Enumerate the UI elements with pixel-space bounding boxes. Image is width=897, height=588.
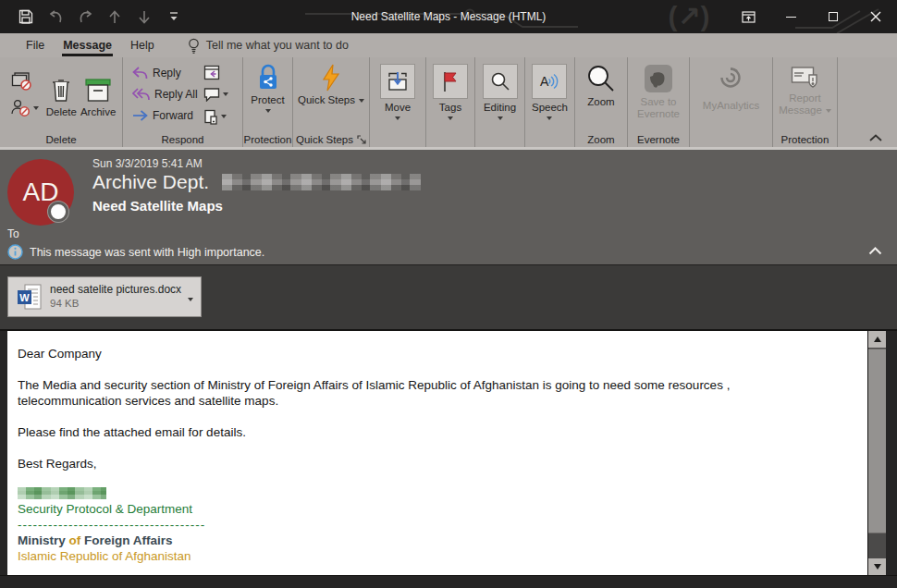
to-label: To bbox=[7, 227, 19, 240]
tab-message[interactable]: Message bbox=[54, 33, 121, 57]
delete-button[interactable]: Delete bbox=[46, 72, 77, 117]
tab-file[interactable]: File bbox=[17, 33, 54, 57]
group-caption-evernote: Evernote bbox=[628, 131, 689, 147]
redo-icon[interactable] bbox=[70, 4, 100, 30]
lightbulb-icon bbox=[188, 38, 200, 54]
window-controls bbox=[727, 0, 897, 33]
archive-label: Archive bbox=[80, 106, 116, 117]
flag-icon bbox=[441, 70, 460, 92]
move-button[interactable]: Move bbox=[380, 57, 415, 131]
reply-all-label: Reply All bbox=[154, 88, 198, 101]
svg-text:W: W bbox=[19, 292, 30, 303]
save-to-evernote-label-1: Save to bbox=[641, 96, 677, 108]
zoom-button[interactable]: Zoom bbox=[586, 57, 616, 131]
attachment-size: 94 KB bbox=[50, 297, 181, 311]
scroll-up-button[interactable] bbox=[868, 331, 886, 348]
tab-help[interactable]: Help bbox=[121, 33, 164, 57]
importance-banner: This message was sent with High importan… bbox=[7, 244, 264, 260]
lightning-icon bbox=[321, 64, 341, 92]
reply-button[interactable]: Reply bbox=[132, 65, 198, 82]
group-caption-respond: Respond bbox=[123, 131, 242, 147]
device-icon bbox=[203, 109, 218, 125]
forward-icon bbox=[132, 110, 148, 121]
ribbon-group-delete: Delete Archive Delete bbox=[0, 57, 123, 147]
presence-indicator bbox=[48, 202, 68, 222]
zoom-icon bbox=[586, 64, 616, 93]
ribbon-group-zoom: Zoom Zoom bbox=[575, 57, 628, 147]
report-message-label-2: Message bbox=[779, 104, 822, 116]
dialog-launcher-icon[interactable] bbox=[357, 135, 366, 144]
attachment-strip: W need satelite pictures.docx 94 KB bbox=[0, 264, 897, 329]
tell-me-box[interactable]: Tell me what you want to do bbox=[188, 38, 349, 54]
move-up-icon[interactable] bbox=[100, 4, 129, 30]
message-body[interactable]: Dear Company The Media and security sect… bbox=[7, 331, 867, 575]
collapse-ribbon-icon[interactable] bbox=[869, 134, 882, 141]
protect-label: Protect bbox=[251, 94, 284, 106]
group-caption-delete: Delete bbox=[0, 131, 122, 147]
forward-button[interactable]: Forward bbox=[132, 107, 198, 125]
body-greeting: Dear Company bbox=[18, 346, 856, 361]
lock-icon bbox=[256, 64, 280, 92]
word-file-icon: W bbox=[18, 284, 42, 310]
scrollbar-track[interactable] bbox=[868, 348, 886, 558]
more-respond-button[interactable] bbox=[203, 108, 228, 126]
myanalytics-button[interactable]: MyAnalytics bbox=[703, 57, 759, 131]
maximize-button[interactable] bbox=[812, 0, 854, 33]
scroll-down-button[interactable] bbox=[868, 558, 886, 575]
archive-button[interactable]: Archive bbox=[80, 72, 116, 117]
group-caption-zoom: Zoom bbox=[575, 131, 627, 147]
speech-button[interactable]: A Speech bbox=[532, 57, 568, 131]
reply-all-button[interactable]: Reply All bbox=[132, 86, 198, 104]
archive-icon bbox=[84, 78, 112, 103]
tags-button[interactable]: Tags bbox=[433, 57, 468, 131]
junk-button[interactable] bbox=[10, 99, 39, 117]
move-label: Move bbox=[385, 102, 411, 114]
editing-button[interactable]: Editing bbox=[483, 57, 518, 131]
quick-access-toolbar bbox=[0, 4, 189, 30]
reply-label: Reply bbox=[153, 67, 181, 80]
ignore-button[interactable] bbox=[10, 72, 39, 92]
save-to-evernote-button[interactable]: Save to Evernote bbox=[637, 57, 680, 131]
protect-button[interactable]: Protect bbox=[251, 57, 284, 131]
scrollbar-thumb[interactable] bbox=[868, 349, 886, 533]
reply-icon bbox=[132, 67, 148, 80]
body-paragraph-1: The Media and security section of Minist… bbox=[18, 377, 856, 409]
minimize-button[interactable] bbox=[769, 0, 812, 33]
ribbon-group-quick-steps: Quick Steps Quick Steps bbox=[293, 57, 370, 147]
quick-steps-button[interactable]: Quick Steps bbox=[298, 57, 364, 131]
sender-name[interactable]: Archive Dept. bbox=[92, 171, 209, 193]
ribbon-group-myanalytics: MyAnalytics bbox=[690, 57, 773, 147]
info-icon bbox=[7, 244, 23, 260]
ribbon-group-tags: Tags bbox=[426, 57, 475, 147]
ribbon-group-protection: Protect Protection bbox=[243, 57, 293, 147]
speech-label: Speech bbox=[532, 102, 568, 114]
im-button[interactable] bbox=[203, 86, 228, 104]
save-icon[interactable] bbox=[11, 4, 41, 30]
report-message-button[interactable]: Report Message bbox=[779, 57, 831, 131]
meeting-button[interactable] bbox=[203, 64, 228, 81]
importance-text: This message was sent with High importan… bbox=[30, 246, 264, 259]
report-message-icon bbox=[791, 64, 818, 90]
attachment-card[interactable]: W need satelite pictures.docx 94 KB bbox=[7, 276, 202, 317]
undo-icon[interactable] bbox=[41, 4, 70, 30]
report-message-label-1: Report bbox=[789, 92, 821, 104]
window-bottom-frame bbox=[0, 575, 897, 588]
outlook-message-window: (↗) bbox=[0, 0, 897, 588]
ribbon-display-options-icon[interactable] bbox=[727, 0, 769, 33]
close-button[interactable] bbox=[854, 0, 897, 33]
svg-text:A: A bbox=[540, 74, 549, 89]
move-icon bbox=[387, 70, 409, 92]
message-date: Sun 3/3/2019 5:41 AM bbox=[92, 150, 897, 170]
attachment-dropdown[interactable] bbox=[182, 288, 193, 305]
collapse-header-icon[interactable] bbox=[868, 242, 882, 259]
body-closing: Best Regards, bbox=[18, 456, 856, 472]
customize-qat-icon[interactable] bbox=[159, 4, 189, 30]
collapse-ribbon-area bbox=[838, 57, 897, 147]
save-to-evernote-label-2: Evernote bbox=[637, 108, 680, 120]
ribbon: Delete Archive Delete bbox=[0, 57, 897, 150]
redacted-sender-email bbox=[222, 174, 421, 190]
move-down-icon[interactable] bbox=[129, 4, 159, 30]
chat-bubble-icon bbox=[203, 87, 220, 102]
message-body-area: Dear Company The Media and security sect… bbox=[0, 329, 897, 575]
tell-me-label: Tell me what you want to do bbox=[206, 39, 349, 52]
